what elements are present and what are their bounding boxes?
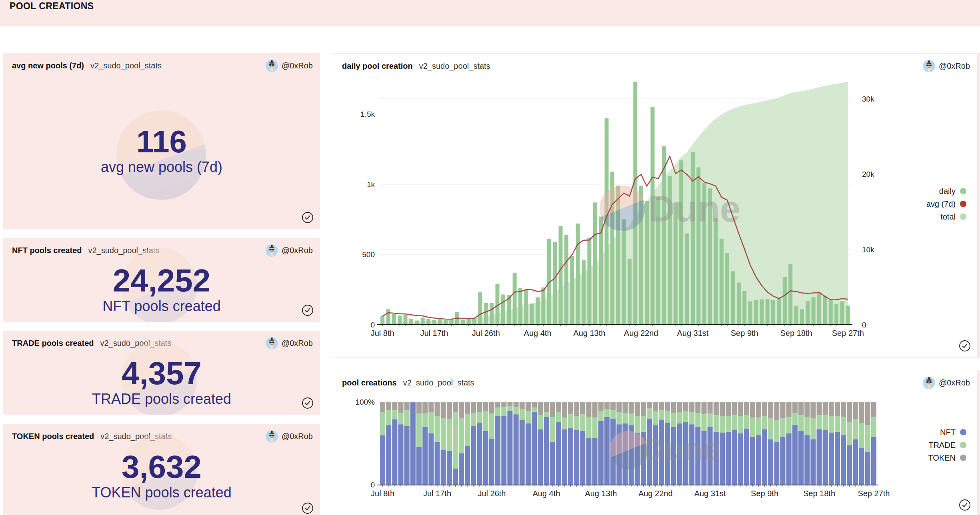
counter-card-token-pools: TOKEN pools created v2_sudo_pool_stats @… — [3, 424, 320, 515]
checkmark-circle-icon[interactable] — [959, 340, 971, 353]
chart-card-daily-pool-creation: daily pool creation v2_sudo_pool_stats @… — [333, 53, 978, 358]
card-title[interactable]: TRADE pools created — [12, 339, 94, 348]
counter-label: TOKEN pools created — [92, 483, 232, 501]
x-axis-tick-label: Jul 17th — [423, 489, 451, 498]
left-axis-tick-label: 1k — [367, 180, 375, 189]
svg-text:daily: daily — [939, 187, 956, 196]
counter-card-trade-pools: TRADE pools created v2_sudo_pool_stats @… — [3, 331, 320, 415]
x-axis-tick-label: Aug 13th — [573, 329, 605, 337]
legend-dot-icon — [960, 429, 966, 435]
svg-text:NFT: NFT — [940, 428, 956, 437]
legend-item-total: total — [940, 212, 966, 221]
legend-dot-icon — [960, 214, 966, 220]
counter-value: 24,252 — [113, 264, 211, 297]
pixel-avatar-mohawk-glasses — [266, 430, 278, 443]
x-axis-tick-label: Aug 22nd — [638, 489, 673, 498]
page-title: POOL CREATIONS — [0, 0, 980, 12]
x-axis-tick-label: Jul 8th — [371, 489, 394, 498]
counter-value: 3,632 — [122, 450, 202, 483]
y-axis-tick-label: 0 — [370, 481, 375, 489]
counter-label: TRADE pools created — [92, 390, 231, 408]
x-axis-tick-label: Sep 9th — [751, 489, 778, 498]
counter-card-nft-pools: NFT pools created v2_sudo_pool_stats @0x… — [3, 238, 320, 322]
checkmark-circle-icon — [302, 397, 314, 409]
x-axis-tick-label: Sep 9th — [731, 329, 758, 337]
author-handle[interactable]: @0xRob — [282, 246, 313, 255]
x-axis-tick-label: Jul 8th — [371, 329, 394, 337]
x-axis-tick-label: Sep 27th — [858, 489, 890, 498]
legend-dot-icon — [960, 455, 966, 461]
x-axis-tick-label: Sep 18th — [803, 489, 835, 498]
x-axis-tick-label: Jul 17th — [420, 329, 448, 337]
svg-text:total: total — [940, 212, 956, 221]
x-axis-tick-label: Aug 31st — [694, 489, 726, 498]
right-axis-tick-label: 30k — [862, 95, 874, 103]
legend-item-nft: NFT — [940, 428, 966, 437]
legend-item-trade: TRADE — [928, 441, 966, 449]
checkmark-circle-icon[interactable] — [302, 397, 314, 411]
left-axis-tick-label: 500 — [362, 250, 375, 259]
pixel-avatar-mohawk-glasses — [266, 60, 278, 72]
pixel-avatar-mohawk-glasses — [266, 337, 278, 349]
checkmark-circle-icon[interactable] — [959, 499, 971, 513]
svg-text:TRADE: TRADE — [928, 441, 956, 449]
chart-card-pool-creations: pool creations v2_sudo_pool_stats @0xRob… — [333, 370, 978, 515]
left-axis-tick-label: 0 — [370, 321, 375, 329]
daily-pool-creation-chart: Dune05001k1.5k010k20k30kJul 8thJul 17thJ… — [333, 54, 978, 341]
legend-item-avg-7d-: avg (7d) — [926, 200, 966, 208]
legend-item-daily: daily — [939, 187, 966, 196]
legend-dot-icon — [960, 201, 966, 207]
x-axis-tick-label: Aug 13th — [585, 489, 617, 498]
author-handle[interactable]: @0xRob — [282, 61, 313, 70]
avatar[interactable] — [266, 430, 278, 443]
x-axis-tick-label: Aug 4th — [524, 329, 552, 337]
right-axis-tick-label: 0 — [862, 321, 866, 329]
x-axis-tick-label: Aug 31st — [677, 329, 708, 337]
card-query-link[interactable]: v2_sudo_pool_stats — [90, 61, 162, 70]
card-title[interactable]: NFT pools created — [12, 246, 82, 255]
legend-item-token: TOKEN — [928, 453, 966, 462]
avatar[interactable] — [266, 337, 278, 349]
legend-dot-icon — [960, 442, 966, 448]
counter-label: avg new pools (7d) — [101, 158, 222, 176]
x-axis-tick-label: Jul 26th — [478, 489, 506, 498]
avatar[interactable] — [266, 244, 278, 257]
checkmark-circle-icon[interactable] — [302, 212, 314, 225]
checkmark-circle-icon — [302, 304, 314, 316]
card-title[interactable]: avg new pools (7d) — [12, 61, 84, 70]
legend-dot-icon — [960, 188, 966, 194]
counter-value: 116 — [136, 126, 187, 158]
x-axis-tick-label: Aug 22nd — [624, 329, 658, 337]
svg-text:TOKEN: TOKEN — [928, 453, 956, 462]
checkmark-circle-icon — [302, 212, 314, 224]
pool-creations-stacked-chart: Dune0100%Jul 8thJul 17thJul 26thAug 4thA… — [333, 370, 978, 508]
avatar[interactable] — [266, 60, 278, 72]
author-handle[interactable]: @0xRob — [282, 339, 313, 348]
checkmark-circle-icon — [302, 502, 314, 514]
counter-label: NFT pools created — [102, 297, 220, 315]
checkmark-circle-icon — [959, 340, 971, 352]
svg-text:Dune: Dune — [648, 188, 740, 229]
checkmark-circle-icon — [959, 499, 971, 511]
right-axis-tick-label: 10k — [862, 246, 874, 254]
card-title[interactable]: TOKEN pools created — [12, 432, 94, 441]
checkmark-circle-icon[interactable] — [302, 304, 314, 318]
left-axis-tick-label: 1.5k — [360, 110, 375, 118]
counter-card-avg-new-pools: avg new pools (7d) v2_sudo_pool_stats @0… — [3, 53, 320, 229]
x-axis-tick-label: Sep 27th — [832, 329, 864, 337]
y-axis-tick-label: 100% — [355, 398, 375, 406]
next-card-edge-sliver — [978, 370, 980, 515]
svg-text:Dune: Dune — [642, 431, 720, 467]
counter-value: 4,357 — [122, 357, 202, 390]
dashboard-header-banner: POOL CREATIONS — [0, 0, 980, 26]
next-card-edge-sliver — [978, 53, 980, 358]
right-axis-tick-label: 20k — [862, 170, 874, 178]
author-handle[interactable]: @0xRob — [282, 432, 313, 441]
pixel-avatar-mohawk-glasses — [266, 244, 278, 257]
x-axis-tick-label: Sep 18th — [780, 329, 812, 337]
x-axis-tick-label: Jul 26th — [472, 329, 500, 337]
x-axis-tick-label: Aug 4th — [532, 489, 560, 498]
svg-text:avg (7d): avg (7d) — [926, 200, 956, 208]
checkmark-circle-icon[interactable] — [302, 502, 314, 515]
